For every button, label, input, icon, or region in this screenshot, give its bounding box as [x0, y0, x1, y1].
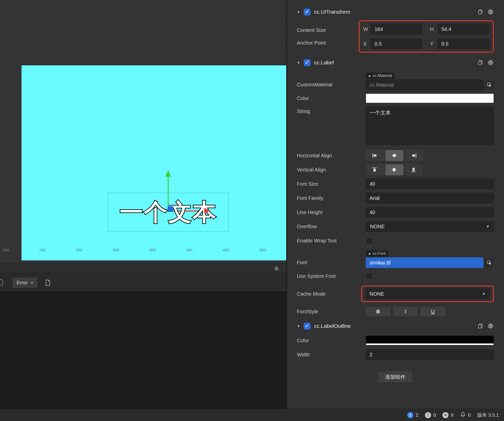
uitransform-title: cc.UITransform — [314, 9, 350, 15]
horizontal-align-label: Horizontal Align — [297, 153, 366, 159]
align-center-button[interactable] — [385, 150, 403, 161]
asset-picker-icon[interactable] — [485, 80, 494, 89]
log-file-icon[interactable] — [45, 279, 51, 287]
overflow-row: Overflow NONE ▼ — [297, 219, 494, 234]
error-count: 0 — [451, 412, 454, 418]
uitransform-enabled-checkbox[interactable]: ✓ — [304, 9, 311, 15]
labeloutline-enabled-checkbox[interactable]: ✓ — [304, 323, 311, 330]
overflow-value: NONE — [370, 224, 385, 229]
anchor-point-x-input[interactable] — [371, 39, 422, 49]
valign-bottom-button[interactable] — [405, 164, 423, 175]
valign-top-button[interactable] — [366, 164, 384, 175]
label-enabled-checkbox[interactable]: ✓ — [304, 59, 311, 66]
clipped-console-icon[interactable] — [0, 279, 3, 285]
component-header-label[interactable]: ▼ ✓ cc.Label — [297, 55, 494, 70]
vertical-align-row: Vertical Align — [297, 163, 494, 177]
cache-mode-dropdown[interactable]: NONE ▼ — [365, 289, 490, 299]
red-highlight-box: NONE ▼ — [361, 285, 494, 302]
collapse-caret-icon[interactable]: ▼ — [297, 10, 300, 14]
chevron-down-icon: ▼ — [30, 281, 33, 284]
italic-button[interactable]: I — [393, 307, 418, 316]
console-output[interactable] — [0, 292, 286, 409]
component-settings-gear-icon[interactable] — [487, 9, 494, 15]
string-label: String — [297, 105, 366, 114]
line-height-input[interactable] — [366, 207, 494, 218]
enable-wrap-checkbox[interactable] — [366, 237, 373, 244]
console-toolbar: ≡ — [0, 263, 286, 273]
uitransform-size-anchor-block: Content Size Anchor Point W H X Y — [297, 20, 494, 53]
content-size-label: Content Size — [297, 27, 359, 33]
font-family-row: Font Family — [297, 191, 494, 205]
chevron-down-icon: ▼ — [486, 224, 490, 228]
font-family-label: Font Family — [297, 195, 366, 201]
scene-ruler: 150 200 250 300 350 400 450 500 — [0, 248, 286, 253]
font-size-label: Font Size — [297, 181, 366, 187]
font-label: Font — [297, 260, 366, 268]
console-filter-button[interactable]: Error ▼ — [13, 278, 37, 288]
x-axis-label: X — [363, 41, 368, 47]
label-title: cc.Label — [314, 60, 334, 66]
hamburger-menu-icon[interactable]: ≡ — [275, 264, 279, 273]
notification-counter[interactable]: 0 — [460, 412, 471, 418]
align-left-button[interactable] — [366, 150, 384, 161]
align-right-button[interactable] — [405, 150, 423, 161]
bell-icon — [460, 412, 466, 418]
w-axis-label: W — [363, 26, 368, 32]
font-size-input[interactable] — [366, 179, 494, 189]
error-counter[interactable]: × 0 — [442, 412, 454, 418]
inspector-panel: ▼ ✓ cc.UITransform — [287, 0, 504, 409]
scene-panel: 一个文本 150 200 250 300 350 400 450 500 ≡ E… — [0, 0, 286, 409]
warning-count: 0 — [433, 412, 436, 418]
outline-width-input[interactable] — [366, 349, 494, 360]
console-filter-label: Error — [17, 280, 27, 285]
gizmo-y-arrow-icon[interactable] — [165, 170, 171, 177]
y-axis-label: Y — [430, 41, 435, 47]
font-asset-field[interactable]: simikai.ttf — [366, 257, 483, 268]
string-textarea[interactable]: 一个文本 — [366, 106, 494, 145]
warning-icon: ! — [425, 412, 431, 418]
asset-tag-text: cc.Material — [372, 73, 392, 78]
warning-counter[interactable]: ! 0 — [425, 412, 436, 418]
use-system-font-row: Use System Font — [297, 269, 494, 283]
ruler-label: 250 — [76, 248, 82, 252]
valign-middle-button[interactable] — [385, 164, 403, 175]
horizontal-align-row: Horizontal Align — [297, 148, 494, 163]
component-copy-icon[interactable] — [477, 323, 484, 329]
gizmo-x-arrow-icon[interactable] — [204, 208, 210, 214]
asset-picker-icon[interactable] — [485, 258, 494, 267]
vertical-align-label: Vertical Align — [297, 167, 366, 173]
use-system-font-checkbox[interactable] — [366, 273, 373, 280]
outline-color-swatch[interactable] — [366, 336, 494, 345]
bold-button[interactable]: B — [366, 307, 391, 316]
custom-material-field[interactable]: cc.Material — [366, 80, 483, 90]
add-component-button[interactable]: 添加组件 — [378, 371, 413, 382]
info-counter[interactable]: i 2 — [407, 412, 418, 418]
component-settings-gear-icon[interactable] — [487, 323, 494, 329]
outline-color-row: Color — [297, 333, 494, 348]
info-icon: i — [407, 412, 413, 418]
asset-type-tag: ◆ cc.Font — [366, 251, 388, 257]
custom-material-label: CustomMaterial — [297, 82, 366, 90]
use-system-font-label: Use System Font — [297, 273, 366, 279]
scene-view[interactable]: 一个文本 150 200 250 300 350 400 450 500 — [0, 0, 286, 263]
anchor-point-y-input[interactable] — [438, 39, 489, 49]
component-settings-gear-icon[interactable] — [487, 59, 494, 66]
font-style-label: FontStyle — [297, 309, 366, 315]
component-header-labeloutline[interactable]: ▼ ✓ cc.LabelOutline — [297, 319, 494, 333]
component-header-uitransform[interactable]: ▼ ✓ cc.UITransform — [297, 5, 494, 19]
component-copy-icon[interactable] — [477, 9, 484, 15]
collapse-caret-icon[interactable]: ▼ — [297, 61, 300, 65]
font-row: Font ◆ cc.Font simikai.ttf — [297, 248, 494, 269]
font-family-input[interactable] — [366, 193, 494, 203]
h-axis-label: H — [430, 26, 435, 32]
component-copy-icon[interactable] — [477, 59, 484, 66]
label-color-swatch[interactable] — [366, 93, 494, 103]
collapse-caret-icon[interactable]: ▼ — [297, 324, 300, 328]
content-size-w-input[interactable] — [371, 24, 422, 34]
gizmo-anchor-handle[interactable] — [168, 206, 173, 212]
content-size-h-input[interactable] — [438, 24, 489, 34]
outline-color-label: Color — [297, 338, 366, 343]
overflow-dropdown[interactable]: NONE ▼ — [366, 221, 494, 232]
underline-button[interactable]: U — [420, 307, 445, 316]
gizmo-y-axis-line[interactable] — [168, 177, 169, 209]
